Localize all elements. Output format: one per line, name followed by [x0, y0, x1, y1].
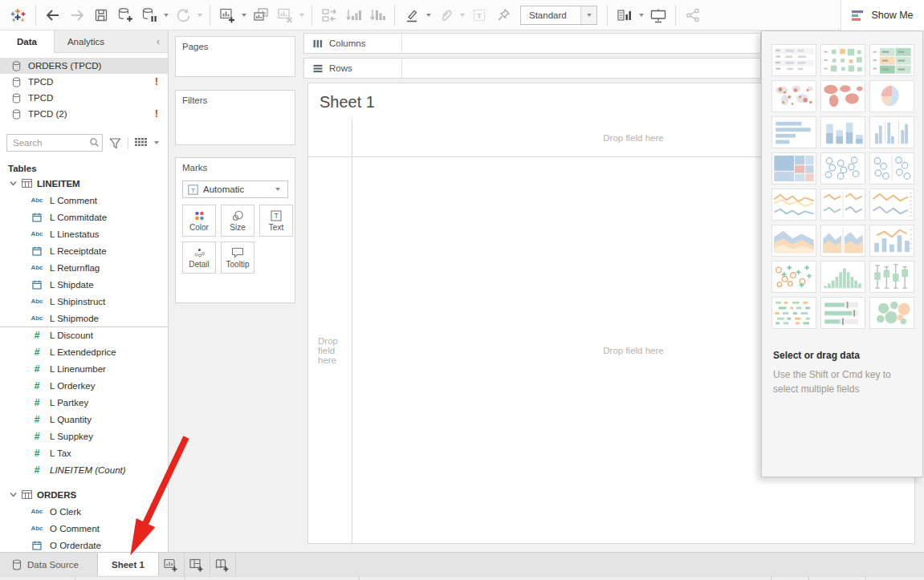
filters-shelf[interactable]: Filters	[175, 90, 295, 145]
showme-dual-lines[interactable]	[869, 189, 914, 221]
save-button[interactable]	[91, 4, 112, 26]
clear-sheet-button[interactable]	[275, 4, 295, 26]
showme-side-by-side-bars[interactable]	[869, 116, 914, 148]
showme-area-continuous[interactable]	[771, 225, 816, 257]
field-item[interactable]: L Commitdate	[0, 209, 168, 225]
tab-analytics[interactable]: Analytics	[55, 30, 117, 52]
tableau-logo-icon[interactable]	[8, 4, 29, 26]
field-item[interactable]: AbcL Returnflag	[0, 259, 168, 276]
view-options-caret[interactable]	[154, 141, 159, 144]
new-worksheet-button[interactable]	[217, 4, 238, 26]
showme-area-discrete[interactable]	[820, 225, 865, 257]
showme-bullet-graph[interactable]	[820, 297, 865, 329]
new-data-source-button[interactable]	[115, 4, 136, 26]
datasource-item[interactable]: ORDERS (TPCD)	[0, 58, 168, 74]
field-item[interactable]: AbcL Linestatus	[0, 225, 168, 242]
showme-circle-views[interactable]	[820, 152, 865, 185]
share-button[interactable]	[682, 4, 703, 26]
field-item[interactable]: AbcL Shipinstruct	[0, 293, 168, 310]
field-item[interactable]: AbcO Comment	[0, 520, 168, 537]
mark-type-dropdown[interactable]: T Automatic	[182, 180, 288, 198]
showme-lines-discrete[interactable]	[820, 189, 865, 221]
datasource-item[interactable]: TPCD	[0, 90, 168, 106]
showme-horizontal-bars[interactable]	[771, 116, 816, 148]
datasource-item[interactable]: TPCD!	[0, 74, 168, 90]
show-mark-labels-button[interactable]	[614, 4, 635, 26]
tab-data[interactable]: Data	[0, 30, 55, 53]
swap-rows-columns-button[interactable]	[319, 4, 340, 26]
drop-zone-rows[interactable]: Drop field here	[308, 157, 352, 543]
chevron-down-icon[interactable]	[10, 180, 17, 187]
field-item[interactable]: #L Partkey	[0, 394, 168, 411]
showme-treemap[interactable]	[771, 152, 816, 185]
showme-lines-continuous[interactable]	[771, 189, 816, 221]
showme-packed-bubbles[interactable]	[869, 297, 914, 329]
sort-descending-button[interactable]	[367, 4, 388, 26]
show-me-button[interactable]: Show Me	[841, 0, 924, 30]
showme-filled-map[interactable]	[820, 80, 865, 112]
field-item[interactable]: AbcL Shipmode	[0, 310, 168, 327]
showme-heat-map[interactable]	[820, 44, 865, 76]
field-item[interactable]: #L Discount	[0, 327, 168, 343]
redo-button[interactable]	[67, 4, 88, 26]
rows-shelf[interactable]: Rows	[303, 58, 761, 79]
field-item[interactable]: #L Extendedprice	[0, 343, 168, 360]
presentation-mode-button[interactable]	[648, 4, 669, 26]
pause-auto-updates-button[interactable]	[139, 4, 160, 26]
showme-dual-combination[interactable]	[869, 225, 914, 257]
pages-shelf[interactable]: Pages	[175, 36, 295, 77]
field-item[interactable]: #LINEITEM (Count)	[0, 461, 168, 478]
format-label-button[interactable]: T	[469, 4, 490, 26]
showme-gantt[interactable]	[771, 297, 816, 329]
field-item[interactable]: L Shipdate	[0, 276, 168, 293]
clear-sheet-dropdown[interactable]	[299, 14, 304, 17]
new-sheet-dropdown[interactable]	[242, 14, 246, 17]
view-options-icon[interactable]	[135, 138, 161, 148]
fit-selector-caret[interactable]	[580, 6, 596, 24]
size-button[interactable]: Size	[221, 205, 254, 237]
undo-button[interactable]	[43, 4, 63, 26]
tooltip-button[interactable]: Tooltip	[221, 241, 254, 274]
datasource-item[interactable]: TPCD (2)!	[0, 106, 168, 122]
text-button[interactable]: T Text	[259, 205, 293, 237]
field-item[interactable]: AbcO Clerk	[0, 503, 168, 520]
pin-button[interactable]	[493, 4, 514, 26]
showme-histogram[interactable]	[820, 261, 865, 293]
color-button[interactable]: Color	[182, 205, 216, 237]
field-item[interactable]: #L Tax	[0, 444, 168, 461]
new-worksheet-tab-button[interactable]	[159, 553, 185, 576]
showme-side-by-side-circles[interactable]	[869, 152, 914, 185]
new-dashboard-tab-button[interactable]	[185, 553, 210, 576]
showme-stacked-bars[interactable]	[820, 116, 865, 148]
showme-pie-chart[interactable]	[869, 80, 914, 112]
field-item[interactable]: AbcL Comment	[0, 192, 168, 209]
mark-type-caret[interactable]	[275, 188, 280, 191]
rows-drop-area[interactable]	[402, 59, 760, 78]
detail-button[interactable]: Detail	[182, 241, 216, 274]
showme-scatter-plot[interactable]	[771, 261, 816, 293]
pause-auto-updates-dropdown[interactable]	[164, 14, 169, 17]
highlight-button[interactable]	[401, 4, 422, 26]
table-group-header[interactable]: ORDERS	[0, 486, 168, 503]
showme-symbol-map[interactable]	[771, 80, 816, 112]
pane-collapse-icon[interactable]: ‹	[149, 30, 168, 52]
show-mark-labels-dropdown[interactable]	[639, 14, 644, 17]
field-item[interactable]: #L Linenumber	[0, 360, 168, 377]
sort-ascending-button[interactable]	[343, 4, 364, 26]
refresh-dropdown[interactable]	[197, 14, 202, 17]
new-story-tab-button[interactable]	[210, 553, 236, 576]
field-item[interactable]: #L Orderkey	[0, 377, 168, 394]
highlight-dropdown[interactable]	[426, 14, 431, 17]
filter-fields-icon[interactable]	[109, 137, 121, 149]
field-item[interactable]: O Orderdate	[0, 537, 168, 552]
attach-dropdown[interactable]	[460, 14, 465, 17]
chevron-down-icon[interactable]	[10, 491, 17, 498]
showme-highlight-table[interactable]	[869, 44, 914, 76]
data-source-tab[interactable]: Data Source	[0, 553, 97, 576]
duplicate-sheet-button[interactable]	[250, 4, 271, 26]
field-item[interactable]: L Receiptdate	[0, 242, 168, 259]
field-item[interactable]: #L Suppkey	[0, 428, 168, 444]
field-item[interactable]: #L Quantity	[0, 411, 168, 428]
showme-box-and-whisker[interactable]	[869, 261, 914, 293]
refresh-data-source-button[interactable]	[173, 4, 193, 26]
